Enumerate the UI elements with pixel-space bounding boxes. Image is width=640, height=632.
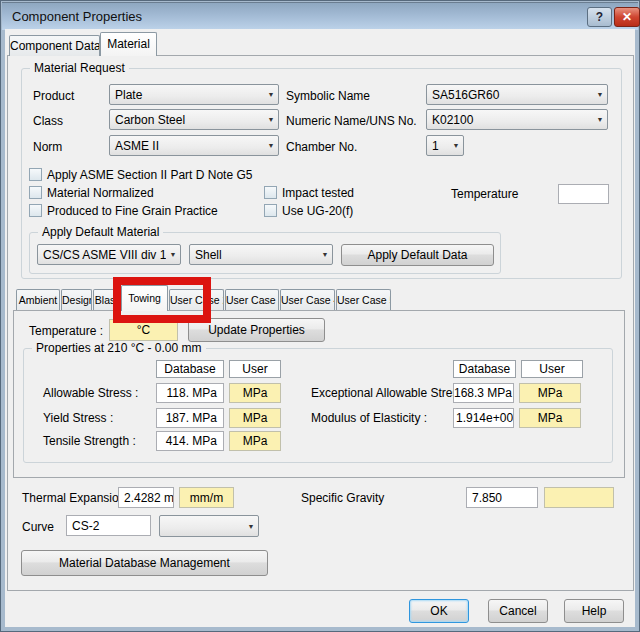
curve-label: Curve <box>22 520 54 534</box>
chamber-no-label: Chamber No. <box>286 140 357 154</box>
red-highlight-rectangle <box>113 277 211 323</box>
towing-temperature-label: Temperature : <box>29 324 103 338</box>
material-normalized-checkbox[interactable] <box>29 186 42 199</box>
dropdown-arrow-icon: ▼ <box>244 523 258 530</box>
combo-value: CS/CS ASME VIII div 1 <box>38 248 166 262</box>
numeric-name-label: Numeric Name/UNS No. <box>286 114 417 128</box>
cancel-button[interactable]: Cancel <box>488 599 548 623</box>
modulus-of-elasticity-user-field[interactable]: MPa <box>519 408 581 428</box>
material-database-management-button[interactable]: Material Database Management <box>21 550 268 576</box>
group-label: Properties at 210 °C - 0.00 mm <box>32 341 206 355</box>
help-titlebar-button[interactable]: ? <box>587 7 612 27</box>
modulus-of-elasticity-db-field: 1.914e+005 <box>453 408 514 428</box>
component-properties-dialog: Component Properties ? ✕ Component Data … <box>0 0 640 632</box>
exceptional-allowable-stress-db-field: 168.3 MPa <box>453 383 514 403</box>
checkbox-label: Use UG-20(f) <box>282 204 353 218</box>
tab-label: User Case 3 <box>226 294 279 306</box>
window-title: Component Properties <box>12 9 142 24</box>
dropdown-arrow-icon: ▼ <box>593 116 607 123</box>
tab-label: Component Data <box>10 39 100 53</box>
tab-user-case-4[interactable]: User Case 4 <box>280 289 335 311</box>
combo-value: Carbon Steel <box>110 113 264 127</box>
button-label: Cancel <box>499 604 536 618</box>
exceptional-allowable-stress-label: Exceptional Allowable Stress : <box>311 386 471 400</box>
dropdown-arrow-icon: ▼ <box>593 91 607 98</box>
dropdown-arrow-icon: ▼ <box>449 142 463 149</box>
checkbox-label: Apply ASME Section II Part D Note G5 <box>47 168 252 182</box>
tab-user-case-5[interactable]: User Case 5 <box>336 289 391 311</box>
chamber-no-combo[interactable]: 1 ▼ <box>426 135 464 156</box>
apply-asme-note-checkbox[interactable] <box>29 168 42 181</box>
checkbox-label: Produced to Fine Grain Practice <box>47 204 218 218</box>
allowable-stress-user-field[interactable]: MPa <box>229 383 281 403</box>
specific-gravity-unit-field[interactable] <box>544 487 614 508</box>
allowable-stress-label: Allowable Stress : <box>43 386 138 400</box>
tab-user-case-3[interactable]: User Case 3 <box>225 289 279 311</box>
yield-stress-db-field: 187. MPa <box>156 408 224 428</box>
thermal-expansion-unit-field[interactable]: mm/m <box>179 487 234 508</box>
tab-label: User Case 4 <box>281 294 335 306</box>
thermal-expansion-label: Thermal Expansion <box>22 491 125 505</box>
tab-design[interactable]: Design <box>61 289 92 311</box>
ok-button[interactable]: OK <box>409 599 469 623</box>
symbolic-name-combo[interactable]: SA516GR60 ▼ <box>426 84 608 105</box>
curve-field[interactable]: CS-2 <box>66 515 151 536</box>
combo-value: ASME II <box>110 139 264 153</box>
tab-material[interactable]: Material <box>100 32 157 56</box>
database-column-header: Database <box>453 360 516 378</box>
exceptional-allowable-stress-user-field[interactable]: MPa <box>519 383 581 403</box>
use-ug20f-checkbox[interactable] <box>264 204 277 217</box>
combo-value: Shell <box>190 248 318 262</box>
curve-combo[interactable]: ▼ <box>159 515 259 537</box>
class-label: Class <box>33 114 63 128</box>
norm-combo[interactable]: ASME II ▼ <box>109 135 279 156</box>
checkbox-label: Material Normalized <box>47 186 154 200</box>
temperature-label: Temperature <box>451 187 518 201</box>
title-bar: Component Properties ? ✕ <box>2 2 638 30</box>
symbolic-name-label: Symbolic Name <box>286 89 370 103</box>
specific-gravity-label: Specific Gravity <box>301 491 384 505</box>
combo-value: K02100 <box>427 113 593 127</box>
tab-label: User Case 5 <box>337 294 391 306</box>
impact-tested-checkbox[interactable] <box>264 186 277 199</box>
norm-label: Norm <box>33 140 62 154</box>
tab-ambient[interactable]: Ambient <box>16 289 60 311</box>
button-label: Update Properties <box>208 323 305 337</box>
default-material-combo[interactable]: CS/CS ASME VIII div 1 ▼ <box>37 244 181 265</box>
dropdown-arrow-icon: ▼ <box>166 251 180 258</box>
yield-stress-user-field[interactable]: MPa <box>229 408 281 428</box>
button-label: Material Database Management <box>59 556 230 570</box>
group-label: Material Request <box>30 61 129 75</box>
dropdown-arrow-icon: ▼ <box>318 251 332 258</box>
button-label: Apply Default Data <box>367 248 467 262</box>
tab-label: Material <box>107 37 150 51</box>
dropdown-arrow-icon: ▼ <box>264 91 278 98</box>
temperature-input[interactable] <box>558 184 609 204</box>
apply-default-data-button[interactable]: Apply Default Data <box>341 244 494 266</box>
class-combo[interactable]: Carbon Steel ▼ <box>109 109 279 130</box>
help-button[interactable]: Help <box>564 599 624 623</box>
user-column-header: User <box>229 360 281 378</box>
fine-grain-practice-checkbox[interactable] <box>29 204 42 217</box>
tensile-strength-label: Tensile Strength : <box>43 434 136 448</box>
combo-value: 1 <box>427 139 449 153</box>
specific-gravity-field[interactable]: 7.850 <box>466 487 538 508</box>
numeric-name-combo[interactable]: K02100 ▼ <box>426 109 608 130</box>
thermal-expansion-field[interactable]: 2.4282 mm/ <box>118 487 174 508</box>
product-label: Product <box>33 89 74 103</box>
tensile-strength-user-field[interactable]: MPa <box>229 431 281 451</box>
product-combo[interactable]: Plate ▼ <box>109 84 279 105</box>
combo-value: Plate <box>110 88 264 102</box>
dropdown-arrow-icon: ▼ <box>264 142 278 149</box>
question-icon: ? <box>596 10 603 24</box>
close-icon: ✕ <box>622 10 632 24</box>
close-button[interactable]: ✕ <box>614 7 640 27</box>
yield-stress-label: Yield Stress : <box>43 411 113 425</box>
group-label: Apply Default Material <box>38 225 163 239</box>
button-label: Help <box>582 604 607 618</box>
button-label: OK <box>430 604 447 618</box>
tab-label: Design <box>62 294 92 306</box>
database-column-header: Database <box>156 360 224 378</box>
default-part-combo[interactable]: Shell ▼ <box>189 244 333 265</box>
tab-component-data[interactable]: Component Data <box>9 35 100 56</box>
